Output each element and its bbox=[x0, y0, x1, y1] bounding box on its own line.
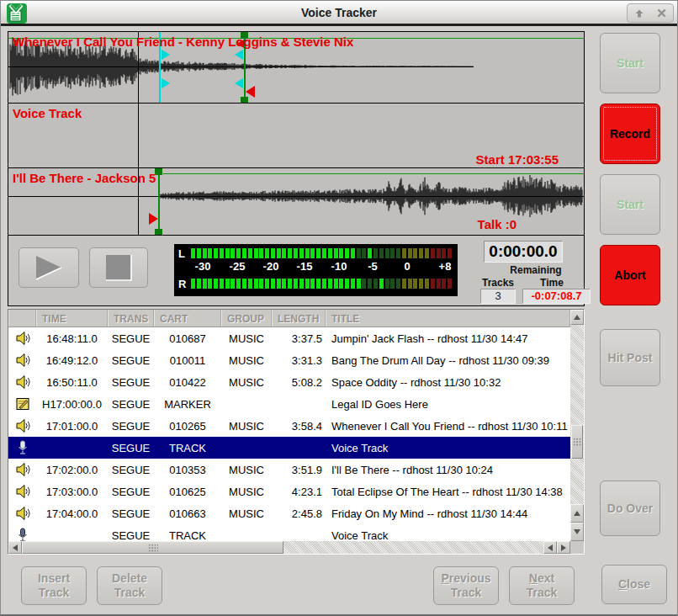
cell-trans: SEGUE bbox=[108, 507, 154, 520]
table-row[interactable]: 16:48:11.0SEGUE010687MUSIC3:37.5Jumpin' … bbox=[8, 327, 570, 349]
start-marker[interactable] bbox=[149, 213, 158, 225]
header-group: GROUP bbox=[221, 310, 272, 327]
start-marker-line[interactable] bbox=[158, 168, 160, 236]
cell-time: 16:50:11.0 bbox=[36, 376, 108, 389]
gain-line[interactable] bbox=[159, 173, 584, 174]
talk-end-marker[interactable] bbox=[235, 50, 243, 60]
start-marker-handle[interactable] bbox=[155, 229, 162, 236]
header-time: TIME bbox=[36, 310, 108, 327]
start-marker-handle[interactable] bbox=[155, 168, 162, 175]
stop-button[interactable] bbox=[89, 247, 148, 288]
cell-length: 4:23.1 bbox=[272, 486, 326, 498]
close-button[interactable]: Close bbox=[601, 565, 667, 604]
scroll-right-button[interactable] bbox=[557, 541, 570, 554]
table-row[interactable]: 17:03:00.0SEGUE010625MUSIC4:23.1Total Ec… bbox=[8, 481, 570, 502]
meter-segment bbox=[259, 279, 263, 289]
talk-marker-handle[interactable] bbox=[162, 50, 170, 60]
talk-end-marker[interactable] bbox=[235, 78, 243, 88]
meter-segment bbox=[254, 248, 258, 258]
shade-window-button[interactable] bbox=[628, 4, 650, 22]
meter-left-label: L bbox=[178, 247, 185, 260]
meter-segment bbox=[408, 279, 412, 289]
voice-tracker-window: Voice Tracker ✕ Whenever bbox=[0, 0, 678, 616]
track-1-title: Whenever I Call You Friend - Kenny Loggi… bbox=[13, 35, 353, 49]
close-window-button[interactable]: ✕ bbox=[650, 4, 673, 22]
meter-segment bbox=[385, 248, 389, 258]
header-cart: CART bbox=[154, 310, 221, 327]
table-row[interactable]: H17:00:00.0SEGUEMARKERLegal ID Goes Here bbox=[8, 393, 570, 415]
horizontal-scrollbar[interactable] bbox=[8, 541, 570, 554]
window-controls: ✕ bbox=[627, 3, 674, 23]
waveform-track-3[interactable]: I'll Be There - Jackson 5 Talk :0 bbox=[8, 168, 584, 236]
play-button[interactable] bbox=[19, 247, 79, 288]
meter-segment bbox=[345, 248, 349, 258]
abort-button[interactable]: Abort bbox=[600, 245, 660, 305]
log-header: TIME TRANS CART GROUP LENGTH TITLE bbox=[8, 310, 570, 327]
vertical-scroll-thumb[interactable] bbox=[571, 425, 583, 459]
segue-marker-handle[interactable] bbox=[241, 97, 248, 104]
vertical-scrollbar[interactable] bbox=[570, 310, 584, 541]
meter-segment bbox=[368, 279, 372, 289]
meter-segment bbox=[197, 279, 201, 289]
meter-segment bbox=[357, 279, 361, 289]
cell-group: MUSIC bbox=[221, 332, 272, 345]
scroll-down-button[interactable] bbox=[570, 523, 584, 541]
cell-time: 17:03:00.0 bbox=[36, 486, 108, 498]
start-track3-button[interactable]: Start bbox=[600, 174, 660, 235]
speaker-icon-cell bbox=[8, 353, 36, 368]
up-arrow-icon bbox=[574, 315, 580, 320]
down-arrow-icon bbox=[574, 529, 580, 534]
end-marker[interactable] bbox=[246, 86, 255, 98]
cell-time: 17:04:00.0 bbox=[36, 507, 108, 520]
meter-segment bbox=[305, 279, 310, 289]
delete-track-button[interactable]: Delete Track bbox=[97, 566, 162, 605]
scroll-left-button-2[interactable] bbox=[543, 541, 557, 554]
table-row[interactable]: 16:49:12.0SEGUE010011MUSIC3:31.3Bang The… bbox=[8, 349, 570, 371]
hit-post-button[interactable]: Hit Post bbox=[600, 329, 660, 386]
cell-title: Whenever I Call You Friend -- rdhost 11/… bbox=[326, 420, 570, 433]
table-row[interactable]: SEGUETRACKVoice Track bbox=[8, 437, 570, 459]
next-track-button[interactable]: Next Track bbox=[509, 566, 575, 605]
start-track1-button[interactable]: Start bbox=[600, 33, 660, 93]
horizontal-scroll-thumb[interactable] bbox=[22, 541, 283, 554]
left-arrow-icon bbox=[13, 544, 18, 551]
microphone-icon bbox=[17, 440, 29, 455]
talk-marker-handle[interactable] bbox=[162, 78, 170, 88]
insert-track-button[interactable]: Insert Track bbox=[21, 566, 87, 605]
table-row[interactable]: SEGUETRACKVoice Track bbox=[8, 524, 570, 541]
meter-segment bbox=[310, 279, 315, 289]
meter-segment bbox=[294, 248, 298, 258]
meter-segment bbox=[236, 248, 241, 258]
time-remaining-label: Time bbox=[527, 277, 577, 289]
table-row[interactable]: 16:50:11.0SEGUE010422MUSIC5:08.2Space Od… bbox=[8, 371, 570, 393]
scroll-left-button[interactable] bbox=[8, 541, 22, 554]
cell-trans: SEGUE bbox=[108, 420, 154, 433]
track-3-title: I'll Be There - Jackson 5 bbox=[13, 171, 156, 185]
meter-right-segments bbox=[191, 279, 455, 289]
header-title: TITLE bbox=[326, 310, 570, 327]
speaker-icon-cell bbox=[8, 484, 36, 499]
scroll-up-button[interactable] bbox=[570, 310, 584, 325]
meter-segment bbox=[230, 279, 235, 289]
table-row[interactable]: 17:04:00.0SEGUE010663MUSIC2:45.8Friday O… bbox=[8, 502, 570, 524]
table-row[interactable]: 17:01:00.0SEGUE010265MUSIC3:58.4Whenever… bbox=[8, 415, 570, 437]
track-3-talk-time: Talk :0 bbox=[478, 217, 516, 231]
meter-segment bbox=[259, 248, 263, 258]
meter-segment bbox=[288, 248, 292, 258]
table-row[interactable]: 17:02:00.0SEGUE010353MUSIC3:51.9I'll Be … bbox=[8, 459, 570, 481]
waveform-track-1[interactable]: Whenever I Call You Friend - Kenny Loggi… bbox=[8, 32, 584, 104]
do-over-button[interactable]: Do Over bbox=[600, 481, 660, 536]
meter-segment bbox=[413, 248, 417, 258]
previous-track-button[interactable]: Previous Track bbox=[433, 566, 499, 605]
titlebar: Voice Tracker ✕ bbox=[1, 1, 677, 26]
record-button[interactable]: Record bbox=[600, 104, 660, 164]
meter-segment bbox=[379, 248, 384, 258]
meter-segment bbox=[448, 248, 452, 258]
cell-cart: 010663 bbox=[154, 507, 221, 520]
scroll-up-button-2[interactable] bbox=[570, 504, 584, 523]
close-x-icon: ✕ bbox=[656, 6, 667, 21]
cell-group: MUSIC bbox=[221, 486, 272, 498]
speaker-icon bbox=[15, 331, 30, 346]
transport-strip: L -30-25-20-15-10-50+8 R 0:00:00.0 Remai… bbox=[8, 236, 584, 305]
waveform-track-2[interactable]: Voice Track Start 17:03:55 bbox=[8, 104, 584, 168]
